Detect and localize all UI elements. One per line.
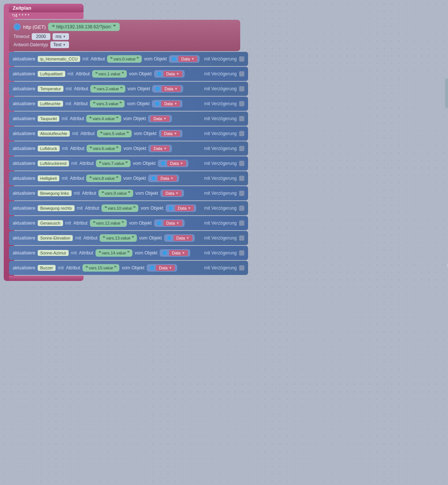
mit-verzoegerung-label: mit Verzögerung [204,146,236,151]
data-pill-wrapper: Data ▼ [148,115,172,122]
data-pill[interactable]: Data ▼ [175,205,194,211]
delay-checkbox[interactable] [239,176,244,181]
attribut-label: Attribut [80,131,94,136]
delay-checkbox[interactable] [239,116,244,121]
variable-pill[interactable]: Temperatur [38,86,64,92]
open-quote: ❝ [85,265,88,270]
attribute-pill[interactable]: ❝ vars.2.value ❞ [90,85,125,93]
aktualisiere-label: aktualisiere [13,86,35,91]
url-pill[interactable]: ❝ http://192.168.138.62/?json: ❞ [48,23,120,31]
globe-icon: 🌐 [171,56,177,62]
globe-icon: 🌐 [13,23,21,31]
attribute-pill[interactable]: ❝ vars.15.value ❞ [82,264,119,272]
variable-pill[interactable]: Sonne-Elevation [38,235,73,241]
data-pill[interactable]: Data ▼ [178,56,197,62]
vom-objekt-label: vom Objekt [139,235,162,241]
delay-checkbox[interactable] [239,206,244,211]
close-quote: ❞ [120,86,122,91]
delay-checkbox[interactable] [239,220,244,226]
open-quote: ❝ [103,235,105,241]
attribute-pill[interactable]: ❝ vars.4.value ❞ [86,115,121,122]
data-pill[interactable]: Data ▼ [161,101,180,107]
data-pill[interactable]: Data ▼ [150,116,169,122]
data-pill[interactable]: Data ▼ [161,131,180,137]
aktualisiere-label: aktualisiere [13,191,35,196]
attribute-pill[interactable]: ❝ vars.6.value ❞ [87,145,121,152]
delay-checkbox[interactable] [239,56,244,62]
data-pill[interactable]: Data ▼ [163,71,182,77]
data-pill[interactable]: Data ▼ [162,86,181,92]
data-pill[interactable]: Data ▼ [157,175,176,181]
attribute-pill[interactable]: ❝ vars.14.value ❞ [95,249,132,257]
attribute-pill[interactable]: ❝ vars.1.value ❞ [92,70,127,78]
close-quote: ❞ [116,176,118,181]
schedule-cron[interactable]: */4 * * * * [9,12,84,19]
update-row: aktualisiere Temperatur mit Attribut ❝ v… [9,82,248,96]
variable-pill[interactable]: Geraeusch [38,220,63,226]
data-pill[interactable]: Data ▼ [151,146,170,151]
attribute-value: vars.5.value [103,131,125,136]
delay-checkbox[interactable] [239,146,244,151]
attribute-pill[interactable]: ❝ vars.3.value ❞ [90,100,125,107]
schedule-header[interactable]: Zeitplan [9,4,84,12]
data-pill[interactable]: Data ▼ [167,160,186,166]
scrollbar[interactable] [445,78,448,108]
close-quote: ❞ [125,161,128,166]
open-quote: ❝ [89,116,91,121]
attribute-pill[interactable]: ❝ vars.0.value ❞ [107,55,142,63]
variable-pill[interactable]: Luftdruck [38,146,60,151]
delay-checkbox[interactable] [239,250,244,256]
variable-pill[interactable]: Buzzer [38,265,56,271]
variable-pill[interactable]: ip_Homematic_CCU [38,56,80,62]
attribute-pill[interactable]: ❝ vars.9.value ❞ [98,190,133,197]
attribute-pill[interactable]: ❝ vars.10.value ❞ [101,204,138,212]
mit-label: mit [62,146,68,151]
mit-verzoegerung-label: mit Verzögerung [204,86,236,91]
variable-pill[interactable]: Helligkeit [38,175,60,181]
delay-checkbox[interactable] [239,161,244,166]
attribute-pill[interactable]: ❝ vars.13.value ❞ [100,234,137,242]
attribute-pill[interactable]: ❝ vars.12.value ❞ [90,219,127,227]
globe-icon: 🌐 [156,220,162,226]
open-quote: ❝ [89,176,91,181]
delay-checkbox[interactable] [239,71,244,76]
attribute-pill[interactable]: ❝ vars.7.value ❞ [96,160,131,167]
variable-pill[interactable]: Bewegung links [38,190,72,196]
mit-verzoegerung-label: mit Verzögerung [204,131,236,136]
data-pill-wrapper: 🌐 Data ▼ [148,175,179,182]
data-pill[interactable]: Data ▼ [163,190,182,196]
variable-pill[interactable]: Absolutfeuchte [38,131,70,137]
data-label: Data [159,266,167,270]
attribute-pill[interactable]: ❝ vars.8.value ❞ [86,175,121,182]
delay-checkbox[interactable] [239,131,244,136]
vom-objekt-label: vom Objekt [122,265,144,270]
open-quote: ❝ [100,131,102,136]
timeout-unit-dropdown[interactable]: ms ▼ [53,33,69,40]
delay-checkbox[interactable] [239,265,244,270]
delay-checkbox[interactable] [239,86,244,91]
variable-pill[interactable]: Sonne-Azimut [38,250,69,256]
response-type-row: Antwort-Datentyp Text ▼ [13,41,236,48]
mit-verzoegerung-label: mit Verzögerung [204,220,236,226]
data-dropdown-arrow: ▼ [174,132,177,135]
variable-pill[interactable]: Luftfeuchte [38,101,63,107]
attribute-pill[interactable]: ❝ vars.5.value ❞ [97,130,132,137]
variable-pill[interactable]: Luftqualitaet [38,71,65,77]
data-pill-wrapper: Data ▼ [159,130,182,137]
update-row: aktualisiere Bewegung rechts mit Attribu… [9,201,248,215]
delay-checkbox[interactable] [239,235,244,241]
data-pill[interactable]: Data ▼ [156,265,175,271]
aktualisiere-label: aktualisiere [13,206,35,211]
data-pill[interactable]: Data ▼ [163,220,182,226]
variable-pill[interactable]: Bewegung rechts [38,205,75,211]
data-pill[interactable]: Data ▼ [173,235,192,241]
mit-label: mit [72,131,78,136]
data-pill[interactable]: Data ▼ [169,250,188,256]
variable-pill[interactable]: Luftdrucktrend [38,160,69,166]
delay-checkbox[interactable] [239,101,244,106]
variable-pill[interactable]: Taupunkt [38,116,60,122]
response-type-dropdown[interactable]: Text ▼ [50,41,69,48]
attribute-value: vars.4.value [93,116,115,121]
delay-checkbox[interactable] [239,191,244,196]
timeout-input[interactable]: 2000 [32,33,50,40]
